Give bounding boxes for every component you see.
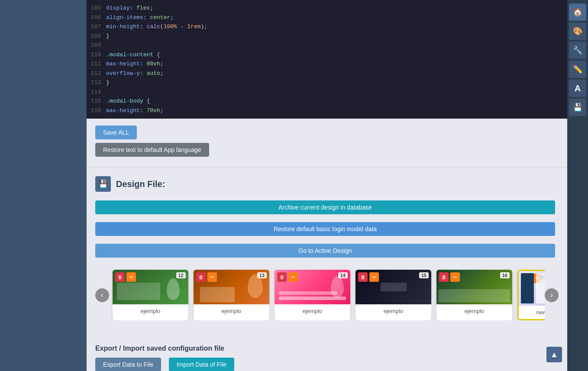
text-icon[interactable]: A bbox=[569, 80, 586, 97]
card-delete-16[interactable]: 🗑 bbox=[439, 272, 449, 282]
carousel-items: 🗑 ✏ 12 ejemplo 🗑 ✏ bbox=[109, 270, 545, 320]
save-restore-section: Save ALL Restore text to default App lan… bbox=[87, 119, 567, 168]
card-edit-15[interactable]: ✏ bbox=[369, 272, 379, 282]
main-content: 105 display: flex; 106 align-items: cent… bbox=[87, 0, 567, 371]
card-delete-15[interactable]: 🗑 bbox=[358, 272, 368, 282]
restore-design-button[interactable]: Restore default basic login model data bbox=[95, 222, 555, 236]
card-delete-13[interactable]: 🗑 bbox=[196, 272, 206, 282]
left-sidebar bbox=[0, 0, 87, 371]
card-thumb-16: 🗑 ✏ 16 bbox=[436, 270, 512, 304]
save-icon[interactable]: 💾 bbox=[569, 99, 586, 116]
archive-design-button[interactable]: Archive current design in database bbox=[95, 200, 555, 214]
code-line-113: 113 } bbox=[87, 78, 567, 87]
card-thumb-12: 🗑 ✏ 12 bbox=[113, 270, 188, 304]
right-sidebar: 🏠 🎨 🔧 ✏️ A 💾 bbox=[567, 0, 588, 371]
card-edit-14[interactable]: ✏ bbox=[288, 272, 298, 282]
card-label-16: ejemplo bbox=[436, 304, 512, 318]
code-line-112: 112 overflow-y: auto; bbox=[87, 69, 567, 78]
carousel-next-button[interactable]: › bbox=[545, 288, 559, 302]
export-import-buttons: Export Data to File Import Data of File bbox=[95, 358, 559, 371]
carousel-prev-button[interactable]: ‹ bbox=[95, 288, 109, 302]
design-section-header: 💾 Design File: bbox=[95, 176, 559, 192]
card-badge-15: 15 bbox=[419, 272, 429, 278]
design-card-16[interactable]: 🗑 ✏ 16 ejemplo bbox=[436, 270, 512, 320]
card-actions-14: 🗑 ✏ bbox=[277, 272, 298, 282]
wrench-icon[interactable]: 🔧 bbox=[569, 42, 586, 59]
code-line-111: 111 max-height: 80vh; bbox=[87, 59, 567, 69]
card-label-13: ejemplo bbox=[194, 304, 269, 318]
export-data-button[interactable]: Export Data to File bbox=[95, 358, 161, 371]
code-line-116: 116 max-height: 70vh; bbox=[87, 106, 567, 116]
card-delete-12[interactable]: 🗑 bbox=[115, 272, 125, 282]
card-label-15: ejemplo bbox=[355, 304, 431, 318]
code-line-106: 106 align-items: center; bbox=[87, 13, 567, 23]
design-file-icon: 💾 bbox=[95, 176, 111, 192]
card-actions-13: 🗑 ✏ bbox=[196, 272, 217, 282]
code-line-114: 114 bbox=[87, 87, 567, 97]
card-label-12: ejemplo bbox=[113, 304, 188, 318]
design-section-title: Design File: bbox=[116, 179, 165, 189]
card-delete-14[interactable]: 🗑 bbox=[277, 272, 287, 282]
design-card-15[interactable]: 🗑 ✏ 15 ejemplo bbox=[355, 270, 431, 320]
code-line-115: 115 .modal-body { bbox=[87, 97, 567, 106]
card-actions-12: 🗑 ✏ bbox=[115, 272, 136, 282]
design-section: 💾 Design File: Archive current design in… bbox=[87, 168, 567, 338]
design-card-17[interactable]: 🗑 ✏ 17 ★ bbox=[517, 270, 545, 320]
code-line-105: 105 display: flex; bbox=[87, 3, 567, 13]
code-editor: 105 display: flex; 106 align-items: cent… bbox=[87, 0, 567, 119]
design-card-13[interactable]: 🗑 ✏ 13 ejemplo bbox=[194, 270, 269, 320]
save-all-button[interactable]: Save ALL bbox=[95, 126, 137, 139]
code-line-109: 109 bbox=[87, 41, 567, 50]
design-action-buttons: Archive current design in database Resto… bbox=[95, 200, 559, 261]
design-carousel: ‹ 🗑 ✏ 12 ejemplo bbox=[95, 270, 559, 320]
card-thumb-17: 🗑 ✏ 17 ★ bbox=[519, 271, 545, 306]
code-line-110: 110 .modal-content { bbox=[87, 50, 567, 60]
import-data-button[interactable]: Import Data of File bbox=[169, 358, 234, 371]
design-card-12[interactable]: 🗑 ✏ 12 ejemplo bbox=[113, 270, 188, 320]
design-card-14[interactable]: 🗑 ✏ 14 ejemplo bbox=[275, 270, 350, 320]
go-active-design-button[interactable]: Go to Active Design bbox=[95, 244, 555, 258]
palette-icon[interactable]: 🎨 bbox=[569, 23, 586, 40]
card-label-17: new sidebar eg bbox=[519, 306, 545, 319]
restore-text-button[interactable]: Restore text to default App language bbox=[95, 143, 209, 157]
export-import-section: Export / Import saved configuration file… bbox=[87, 338, 567, 371]
card-thumb-13: 🗑 ✏ 13 bbox=[194, 270, 269, 304]
code-line-108: 108 } bbox=[87, 32, 567, 41]
card-edit-16[interactable]: ✏ bbox=[450, 272, 460, 282]
card-label-14: ejemplo bbox=[275, 304, 350, 318]
card-badge-12: 12 bbox=[176, 272, 186, 278]
home-icon[interactable]: 🏠 bbox=[569, 3, 586, 21]
card-edit-13[interactable]: ✏ bbox=[207, 272, 217, 282]
code-line-107: 107 min-height: calc(100% - 1rem); bbox=[87, 22, 567, 32]
card-thumb-15: 🗑 ✏ 15 bbox=[355, 270, 431, 304]
card-actions-15: 🗑 ✏ bbox=[358, 272, 379, 282]
card-actions-16: 🗑 ✏ bbox=[439, 272, 460, 282]
card-edit-12[interactable]: ✏ bbox=[126, 272, 136, 282]
card-badge-16: 16 bbox=[500, 272, 510, 278]
export-import-title: Export / Import saved configuration file bbox=[95, 345, 559, 352]
scroll-top-button[interactable]: ▲ bbox=[546, 347, 562, 362]
pencil-icon[interactable]: ✏️ bbox=[569, 61, 586, 78]
card-thumb-14: 🗑 ✏ 14 bbox=[275, 270, 350, 304]
